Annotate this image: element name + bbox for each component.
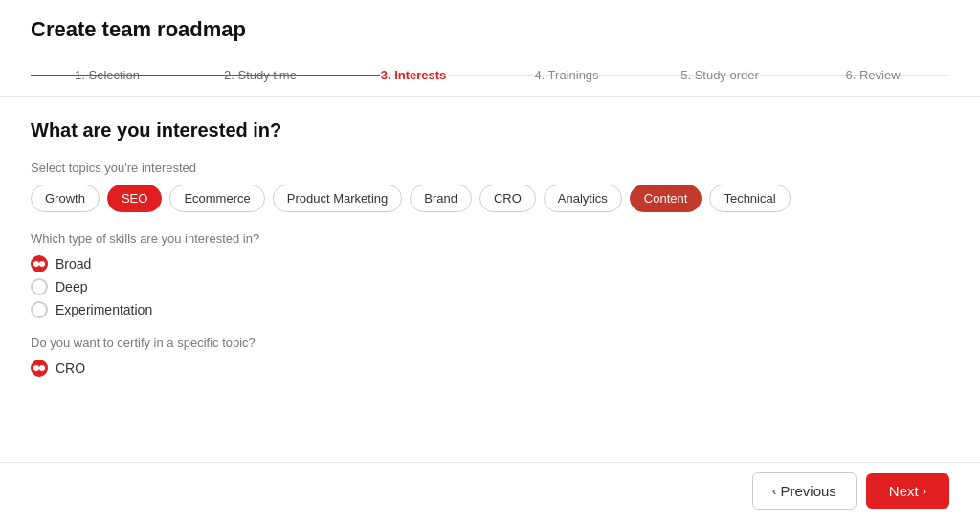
steps-track: 1. Selection 2. Study time 3. Interests … — [31, 54, 949, 96]
skill-broad-radio[interactable] — [31, 255, 48, 272]
skill-broad[interactable]: Broad — [31, 255, 949, 272]
topic-seo[interactable]: SEO — [107, 185, 162, 212]
skills-radio-group: Broad Deep Experimentation — [31, 255, 949, 318]
step-4[interactable]: 4. Trainings — [490, 54, 643, 96]
steps-bar: 1. Selection 2. Study time 3. Interests … — [0, 54, 980, 97]
topic-technical[interactable]: Technical — [709, 185, 790, 212]
step-5[interactable]: 5. Study order — [643, 54, 796, 96]
page-wrapper: Create team roadmap 1. Selection 2. Stud… — [0, 0, 980, 523]
main-content: What are you interested in? Select topic… — [0, 97, 980, 462]
topic-growth[interactable]: Growth — [31, 185, 100, 212]
page-footer: ‹ Previous Next › — [0, 462, 980, 523]
topic-ecommerce[interactable]: Ecommerce — [169, 185, 264, 212]
step-1[interactable]: 1. Selection — [31, 54, 184, 96]
topic-content[interactable]: Content — [630, 185, 702, 212]
certify-label: Do you want to certify in a specific top… — [31, 336, 949, 350]
next-button[interactable]: Next › — [866, 473, 949, 509]
topic-brand[interactable]: Brand — [410, 185, 472, 212]
skills-section: Which type of skills are you interested … — [31, 231, 949, 318]
chevron-left-icon: ‹ — [772, 484, 776, 498]
step-6[interactable]: 6. Review — [796, 54, 949, 96]
section-title: What are you interested in? — [31, 120, 949, 142]
previous-button[interactable]: ‹ Previous — [752, 472, 857, 510]
page-title: Create team roadmap — [31, 17, 949, 42]
certify-radio-group: CRO — [31, 360, 949, 377]
topics-container: Growth SEO Ecommerce Product Marketing B… — [31, 185, 949, 212]
certify-cro[interactable]: CRO — [31, 360, 949, 377]
topic-cro[interactable]: CRO — [479, 185, 536, 212]
skill-deep[interactable]: Deep — [31, 278, 949, 295]
step-3[interactable]: 3. Interests — [337, 54, 490, 96]
certify-cro-radio[interactable] — [31, 360, 48, 377]
chevron-right-icon: › — [923, 484, 926, 498]
skill-experimentation-radio[interactable] — [31, 301, 48, 318]
skills-label: Which type of skills are you interested … — [31, 231, 949, 246]
skill-deep-radio[interactable] — [31, 278, 48, 295]
certify-section: Do you want to certify in a specific top… — [31, 336, 949, 377]
skill-experimentation[interactable]: Experimentation — [31, 301, 949, 318]
topic-product-marketing[interactable]: Product Marketing — [273, 185, 403, 212]
step-2[interactable]: 2. Study time — [184, 54, 337, 96]
topics-label: Select topics you're interested — [31, 161, 949, 175]
page-header: Create team roadmap — [0, 0, 980, 54]
topic-analytics[interactable]: Analytics — [544, 185, 622, 212]
